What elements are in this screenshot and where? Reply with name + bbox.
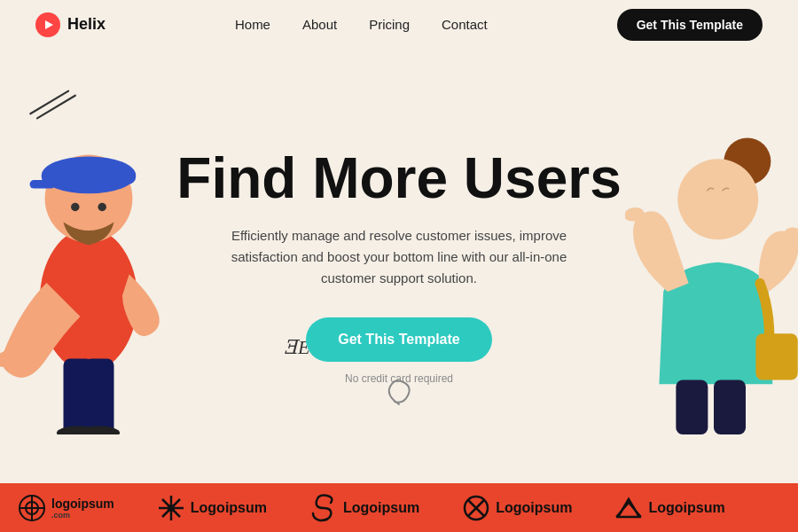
navbar: Helix Home About Pricing Contact Get Thi… — [0, 0, 798, 49]
nav-links: Home About Pricing Contact — [235, 17, 488, 33]
logo-subtext-1: .com — [51, 511, 114, 520]
svg-rect-10 — [84, 359, 113, 435]
nav-pricing[interactable]: Pricing — [369, 17, 410, 32]
nav-cta-button[interactable]: Get This Template — [617, 9, 763, 41]
hero-title: Find More Users — [176, 147, 621, 209]
svg-point-7 — [71, 203, 80, 212]
character-left — [0, 98, 186, 434]
logoipsum-icon-3 — [309, 494, 338, 522]
logo-item-2: Logoipsum — [157, 494, 267, 522]
svg-rect-16 — [755, 333, 797, 379]
logo-item-5: Logoipsum — [614, 494, 724, 522]
brand-logo[interactable]: Helix — [35, 12, 106, 37]
svg-rect-6 — [30, 180, 56, 189]
logoipsum-icon-1 — [18, 494, 46, 522]
logo-text-5: Logoipsum — [648, 500, 724, 516]
hero-section: ƎE Find More Users Efficiently manage an… — [0, 49, 798, 483]
logo-icon — [35, 12, 60, 37]
svg-point-29 — [168, 505, 175, 512]
svg-rect-17 — [676, 379, 708, 434]
hero-cta-button[interactable]: Get This Template — [306, 317, 492, 362]
logoipsum-icon-5 — [614, 494, 643, 522]
logoipsum-icon-4 — [462, 494, 490, 522]
svg-rect-18 — [714, 379, 746, 434]
brand-name: Helix — [67, 15, 106, 34]
svg-point-8 — [98, 203, 106, 212]
logo-text-1: logoipsum — [51, 497, 114, 511]
logo-text-2: Logoipsum — [191, 500, 267, 516]
logo-item-1: logoipsum .com — [18, 494, 114, 522]
nav-home[interactable]: Home — [235, 17, 270, 32]
logos-bar-inner: logoipsum .com Logoipsum Logoipsum — [0, 494, 743, 522]
logos-bar: logoipsum .com Logoipsum Logoipsum — [0, 483, 798, 532]
nav-contact[interactable]: Contact — [442, 17, 488, 32]
logo-item-3: Logoipsum — [309, 494, 419, 522]
nav-about[interactable]: About — [302, 17, 337, 32]
svg-point-15 — [677, 159, 758, 239]
svg-rect-5 — [42, 169, 136, 184]
logo-item-4: Logoipsum — [462, 494, 572, 522]
hero-note: No credit card required — [345, 372, 453, 385]
logo-text-4: Logoipsum — [496, 500, 572, 516]
logo-text-3: Logoipsum — [343, 500, 419, 516]
character-right — [625, 115, 798, 434]
hero-subtitle: Efficiently manage and resolve customer … — [213, 225, 585, 289]
logoipsum-icon-2 — [157, 494, 185, 522]
